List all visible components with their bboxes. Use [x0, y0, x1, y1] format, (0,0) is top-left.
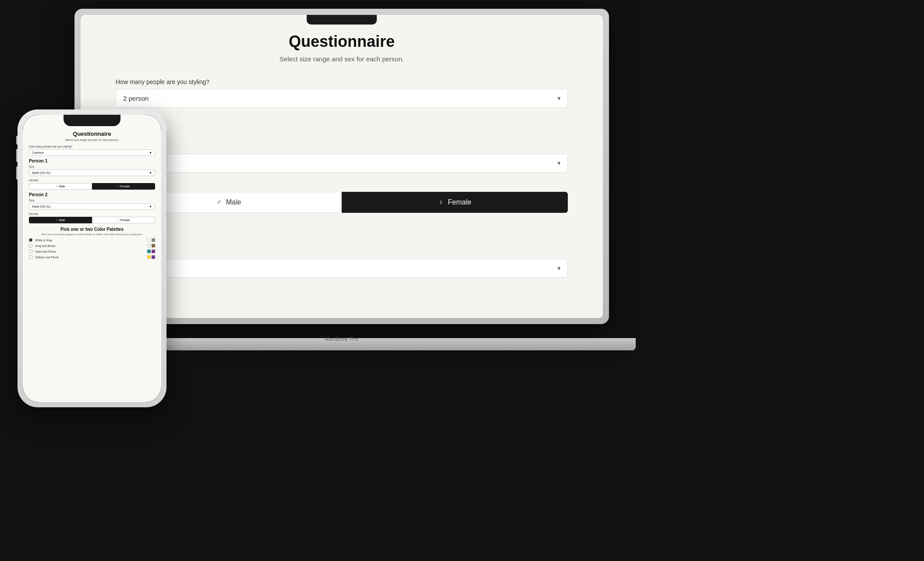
- iphone-person1-size-label: Size: [29, 165, 155, 168]
- palette-name-2: Teals and Plums: [35, 250, 145, 253]
- iphone-power-button: [166, 145, 168, 166]
- palette-name-1: Ivory and Brown: [35, 244, 145, 247]
- palette-row-1: Ivory and Brown: [29, 244, 155, 247]
- palette-checkbox-0[interactable]: [29, 238, 32, 242]
- palette-swatch-1-0: [147, 244, 151, 247]
- palette-row-2: Teals and Plums: [29, 250, 155, 253]
- iphone-how-many-select[interactable]: 2 person ▼: [29, 149, 155, 156]
- screen-subtitle: Select size range and sex for each perso…: [116, 55, 568, 63]
- iphone-female-symbol-icon: ♀: [117, 185, 120, 188]
- iphone-person2-female-label: Female: [120, 219, 130, 222]
- iphone-person2-size-value: Adult (XS-XL): [32, 205, 51, 208]
- how-many-label: How many people are you styling?: [116, 78, 568, 85]
- person2-title: Person 2: [116, 226, 568, 240]
- iphone-person1-gender-label: Gender: [29, 179, 155, 182]
- person2-gender-group: Gender: [116, 286, 568, 293]
- palette-swatch-3-1: [152, 255, 155, 259]
- iphone-body: Questionnaire Select size range and sex …: [18, 109, 166, 407]
- scene: Questionnaire Select size range and sex …: [0, 0, 924, 561]
- palette-swatches-1: [147, 244, 155, 247]
- person2-size-select-wrapper: Adult (XS-XL) ▼: [116, 259, 568, 278]
- palette-swatch-3-0: [147, 255, 151, 259]
- person1-size-select-wrapper: Adult (XS-XL) ▼: [116, 154, 568, 173]
- person2-size-label: Size: [116, 248, 568, 255]
- iphone-person2-title: Person 2: [29, 192, 155, 197]
- palette-checkbox-3[interactable]: [29, 255, 32, 259]
- macbook-notch: [307, 15, 377, 25]
- palette-swatch-2-1: [152, 250, 155, 253]
- iphone-screen-subtitle: Select size range and sex for each perso…: [29, 138, 155, 141]
- palette-row-0: White & Gray: [29, 238, 155, 242]
- person1-gender-group: Gender ♂ Male ♀ Female: [116, 181, 568, 213]
- iphone-male-symbol-icon: ♂: [56, 185, 58, 188]
- palette-checkbox-2[interactable]: [29, 250, 32, 253]
- person1-female-button[interactable]: ♀ Female: [342, 192, 568, 213]
- person1-size-label: Size: [116, 143, 568, 150]
- iphone-volume-up-button: [16, 149, 18, 162]
- female-symbol-icon: ♀: [438, 198, 443, 206]
- palette-swatches-2: [147, 250, 155, 253]
- iphone-select-arrow-icon: ▼: [149, 151, 152, 154]
- how-many-group: How many people are you styling? 2 perso…: [116, 78, 568, 108]
- iphone-device: Questionnaire Select size range and sex …: [18, 109, 166, 407]
- iphone-screen: Questionnaire Select size range and sex …: [23, 115, 161, 402]
- iphone-how-many-label: How many people are you styling?: [29, 145, 155, 148]
- iphone-person1-female-label: Female: [120, 185, 130, 188]
- iphone-person1-title: Person 1: [29, 159, 155, 163]
- male-symbol-icon: ♂: [216, 198, 222, 206]
- iphone-person2-size-select[interactable]: Adult (XS-XL) ▼: [29, 203, 155, 210]
- iphone-person2-female-button[interactable]: ♀ Female: [92, 217, 155, 223]
- person2-size-group: Size Adult (XS-XL) ▼: [116, 248, 568, 278]
- palette-swatch-0-0: [147, 238, 151, 242]
- iphone-notch: [64, 115, 120, 126]
- palette-swatch-1-1: [152, 244, 155, 247]
- iphone-mute-button: [16, 136, 18, 145]
- iphone-person1-size-value: Adult (XS-XL): [32, 171, 51, 174]
- iphone-p2-female-symbol-icon: ♀: [117, 219, 120, 222]
- iphone-person2-male-button[interactable]: ♂ Male: [29, 217, 92, 223]
- person1-female-label: Female: [448, 198, 471, 206]
- iphone-content: Questionnaire Select size range and sex …: [29, 128, 155, 393]
- macbook-brand-label: MacBook Pro: [325, 336, 358, 342]
- iphone-person2-size-label: Size: [29, 199, 155, 202]
- iphone-palette-subtitle: Don't worry we always pepper in some neu…: [29, 233, 155, 236]
- person1-size-select[interactable]: Adult (XS-XL): [116, 154, 568, 173]
- iphone-person2-male-label: Male: [59, 219, 65, 222]
- palette-name-0: White & Gray: [35, 239, 145, 242]
- person2-size-select[interactable]: Adult (XS-XL): [116, 259, 568, 278]
- iphone-person1-male-label: Male: [59, 185, 65, 188]
- iphone-person2-select-arrow-icon: ▼: [149, 205, 152, 208]
- person1-size-group: Size Adult (XS-XL) ▼: [116, 143, 568, 173]
- palette-swatch-0-1: [152, 238, 155, 242]
- iphone-how-many-value: 2 person: [32, 151, 44, 154]
- iphone-person2-gender-label: Gender: [29, 212, 155, 215]
- iphone-person1-gender-buttons: ♂ Male ♀ Female: [29, 183, 155, 190]
- palette-swatches-0: [147, 238, 155, 242]
- palette-row-3: Yellows and Plums: [29, 255, 155, 259]
- person2-section: Person 2 Size Adult (XS-XL) ▼: [116, 226, 568, 293]
- person1-male-label: Male: [226, 198, 241, 206]
- palette-swatches-3: [147, 255, 155, 259]
- iphone-person1-size-select[interactable]: Adult (XS-XL) ▼: [29, 169, 155, 176]
- person1-title: Person 1: [116, 121, 568, 134]
- iphone-person1-female-button[interactable]: ♀ Female: [92, 183, 155, 190]
- person1-gender-label: Gender: [116, 181, 568, 188]
- palette-name-3: Yellows and Plums: [35, 256, 145, 259]
- iphone-screen-title: Questionnaire: [29, 131, 155, 137]
- palette-swatch-2-0: [147, 250, 151, 253]
- iphone-p2-male-symbol-icon: ♂: [56, 219, 58, 222]
- iphone-person2-gender-buttons: ♂ Male ♀ Female: [29, 217, 155, 223]
- iphone-person1-male-button[interactable]: ♂ Male: [29, 183, 92, 190]
- person1-section: Person 1 Size Adult (XS-XL) ▼: [116, 121, 568, 213]
- iphone-person1-select-arrow-icon: ▼: [149, 171, 152, 174]
- palette-checkbox-1[interactable]: [29, 244, 32, 247]
- person2-gender-label: Gender: [116, 286, 568, 293]
- how-many-select-wrapper: 2 person ▼: [116, 89, 568, 108]
- iphone-palette-title: Pick one or two Color Palettes: [29, 227, 155, 232]
- how-many-select[interactable]: 2 person: [116, 89, 568, 108]
- screen-title: Questionnaire: [116, 32, 568, 51]
- iphone-volume-down-button: [16, 166, 18, 180]
- person1-gender-buttons: ♂ Male ♀ Female: [116, 192, 568, 213]
- iphone-inner-frame: Questionnaire Select size range and sex …: [23, 115, 161, 402]
